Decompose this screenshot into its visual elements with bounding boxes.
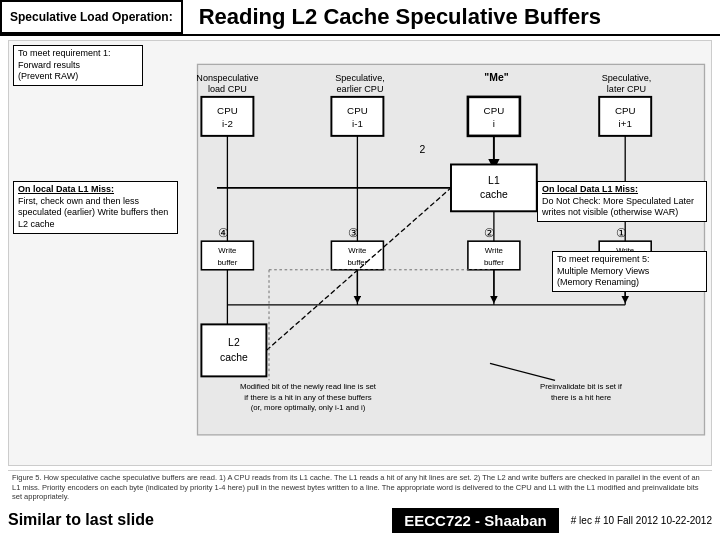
svg-text:CPU: CPU	[217, 105, 238, 116]
annotation-mid-right: On local Data L1 Miss: Do Not Check: Mor…	[537, 181, 707, 222]
annotation-top-left: To meet requirement 1: Forward results (…	[13, 45, 143, 86]
svg-text:L2: L2	[228, 337, 240, 348]
svg-text:if there is a hit in any of th: if there is a hit in any of these buffer…	[244, 393, 371, 402]
annotation-line-2: Forward results	[18, 60, 80, 70]
svg-text:i-1: i-1	[352, 118, 363, 129]
svg-text:buffer: buffer	[484, 258, 504, 267]
svg-text:CPU: CPU	[484, 105, 505, 116]
svg-text:CPU: CPU	[347, 105, 368, 116]
svg-text:i: i	[493, 118, 495, 129]
svg-text:"Me": "Me"	[484, 72, 508, 83]
main-content: To meet requirement 1: Forward results (…	[0, 36, 720, 540]
svg-text:cache: cache	[480, 189, 508, 200]
bottom-row: Similar to last slide EECC722 - Shaaban …	[8, 504, 712, 536]
slide-title: Reading L2 Cache Speculative Buffers	[199, 4, 601, 30]
annotation-lower-right-line3: (Memory Renaming)	[557, 277, 639, 287]
svg-text:Modified bit of the newly read: Modified bit of the newly read line is s…	[240, 382, 377, 391]
svg-text:cache: cache	[220, 352, 248, 363]
svg-rect-8	[201, 97, 253, 136]
svg-rect-14	[468, 97, 520, 136]
svg-text:there is a hit here: there is a hit here	[551, 393, 611, 402]
svg-text:Write: Write	[348, 246, 366, 255]
annotation-line-1: To meet requirement 1:	[18, 48, 111, 58]
annotation-mid-right-heading: On local Data L1 Miss:	[542, 184, 638, 194]
svg-rect-47	[201, 324, 266, 376]
svg-text:CPU: CPU	[615, 105, 636, 116]
svg-text:(or, more optimally, only i-1 : (or, more optimally, only i-1 and i)	[251, 403, 366, 412]
svg-text:2: 2	[420, 144, 426, 155]
svg-text:i-2: i-2	[222, 118, 233, 129]
annotation-mid-left: On local Data L1 Miss: First, check own …	[13, 181, 178, 234]
slide-label: Speculative Load Operation:	[0, 0, 183, 34]
svg-rect-11	[331, 97, 383, 136]
caption-text: Figure 5. How speculative cache speculat…	[12, 473, 700, 502]
annotation-lower-right: To meet requirement 5: Multiple Memory V…	[552, 251, 707, 292]
svg-rect-17	[599, 97, 651, 136]
svg-text:Write: Write	[485, 246, 503, 255]
svg-text:buffer: buffer	[348, 258, 368, 267]
svg-text:Preinvalidate bit is set if: Preinvalidate bit is set if	[540, 382, 623, 391]
diagram-area: To meet requirement 1: Forward results (…	[8, 40, 712, 466]
svg-text:buffer: buffer	[218, 258, 238, 267]
annotation-lower-right-line1: To meet requirement 5:	[557, 254, 650, 264]
annotation-mid-left-heading: On local Data L1 Miss:	[18, 184, 114, 194]
course-label: EECC722 - Shaaban	[392, 508, 559, 533]
label-text: Speculative Load Operation:	[10, 10, 173, 24]
annotation-lower-right-line2: Multiple Memory Views	[557, 266, 649, 276]
svg-text:i+1: i+1	[619, 118, 632, 129]
svg-text:earlier CPU: earlier CPU	[337, 84, 384, 94]
svg-rect-22	[451, 164, 537, 211]
footer-info: # lec # 10 Fall 2012 10-22-2012	[571, 515, 712, 526]
annotation-mid-left-body: First, check own and then less speculate…	[18, 196, 168, 229]
svg-text:Speculative,: Speculative,	[335, 73, 384, 83]
annotation-line-3: (Prevent RAW)	[18, 71, 78, 81]
svg-text:Nonspeculative: Nonspeculative	[196, 73, 258, 83]
svg-text:Speculative,: Speculative,	[602, 73, 651, 83]
svg-text:L1: L1	[488, 175, 500, 186]
svg-text:load CPU: load CPU	[208, 84, 247, 94]
svg-text:Write: Write	[218, 246, 236, 255]
slide-title-box: Reading L2 Cache Speculative Buffers	[183, 0, 720, 34]
similar-label: Similar to last slide	[8, 511, 154, 529]
svg-text:later CPU: later CPU	[607, 84, 646, 94]
annotation-mid-right-body: Do Not Check: More Speculated Later writ…	[542, 196, 694, 218]
figure-caption: Figure 5. How speculative cache speculat…	[8, 470, 712, 504]
